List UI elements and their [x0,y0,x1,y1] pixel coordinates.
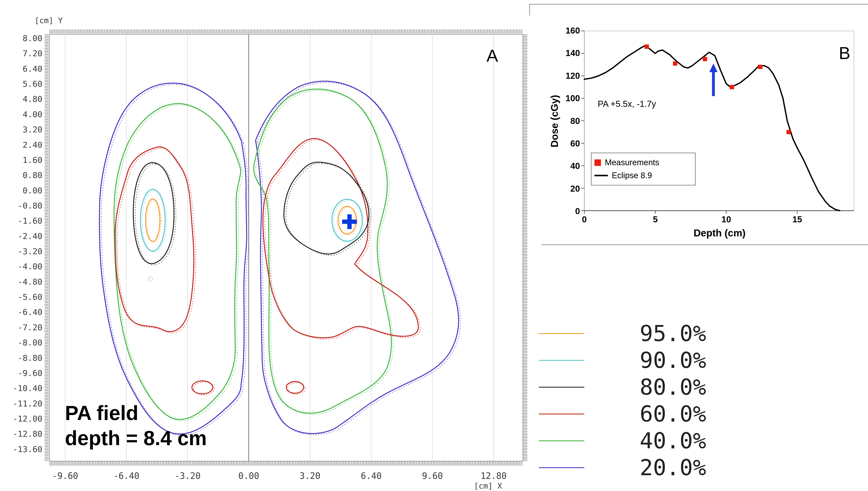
isodose-percent-label: 95.0% [640,322,706,345]
b-legend: Measurements Eclipse 8.9 [591,153,696,185]
a-y-tick: 1.60 [23,156,43,164]
a-y-tick: -6.40 [18,308,43,316]
isodose-95-contour [146,199,358,242]
isodose-color-swatch [539,413,584,414]
a-y-tick: 7.20 [23,49,43,58]
isodose-color-swatch [539,467,584,468]
isodose-legend-item: 80.0% [539,374,706,401]
measurement-point [703,57,707,61]
panel-b-top-border-stub [529,4,530,16]
a-x-tick: 3.20 [291,471,328,481]
a-y-tick: -12.80 [13,430,43,438]
a-y-tick: -4.80 [18,278,43,286]
b-x-axis-title: Depth (cm) [671,227,768,239]
isodose-color-swatch [539,440,584,441]
isodose-percent-label: 60.0% [640,403,706,425]
b-x-tick: 15 [789,214,806,224]
measurement-point [645,45,649,49]
isodose-legend-item: 60.0% [539,401,706,427]
a-y-tick: 6.40 [23,64,43,73]
a-x-tick: 12.80 [475,471,512,481]
isodose-legend-item: 95.0% [539,320,706,347]
a-y-tick: -11.20 [13,399,43,408]
isodose-contour-svg [50,35,523,461]
b-legend-eclipse-row: Eclipse 8.9 [594,171,692,180]
a-y-tick: -7.20 [18,323,43,332]
measurement-point [730,85,734,89]
measurements-marker-icon [594,160,601,166]
a-y-tick: -3.20 [18,247,43,256]
isodose-panel: [cm] Y 8.007.206.405.604.804.003.202.401… [0,0,530,491]
a-x-tick: 9.60 [414,471,451,481]
b-legend-measurements-label: Measurements [605,158,659,167]
a-annotation-line1: PA field [65,401,207,426]
measurement-point [758,65,762,69]
a-y-tick: -8.80 [18,354,43,362]
b-annotation: PA +5.5x, -1.7y [598,99,656,109]
isodose-color-swatch [539,387,584,387]
b-panel-label: B [839,43,850,63]
isodose-percent-label: 90.0% [640,349,706,371]
ruler-ticks-bottom [50,461,523,466]
a-x-tick: 6.40 [353,471,390,481]
isodose-percent-label: 20.0% [640,457,706,479]
isodose-color-swatch [539,360,584,361]
a-annotation-line2: depth = 8.4 cm [65,426,207,451]
panel-b-top-border [529,4,868,4]
a-y-tick: -0.80 [18,201,43,210]
isodose-60-contour [115,139,420,395]
a-y-tick: -5.60 [18,293,43,301]
a-y-tick: 3.20 [23,125,43,134]
a-panel-label: A [486,46,498,66]
ruler-ticks-left [45,35,49,461]
a-y-tick: -10.40 [13,384,43,393]
a-y-tick: -4.00 [18,262,43,271]
a-y-tick: 4.00 [23,110,43,119]
isodose-40-contour [114,89,393,421]
a-x-tick: 0.00 [230,471,267,481]
eclipse-line-icon [594,175,608,176]
a-y-tick: 0.00 [23,186,43,195]
a-y-tick: 0.80 [23,171,43,179]
isodose-20-contour [100,81,461,435]
isodose-color-swatch [539,333,584,334]
ruler-ticks-top [50,29,523,34]
a-x-axis-unit: [cm] X [474,482,502,490]
b-y-tick-labels: 160140120100806040200 [550,26,580,215]
a-y-tick: -13.60 [13,445,43,454]
a-y-tick: 2.40 [23,141,43,149]
isodose-80-contour [133,162,371,265]
a-y-tick: 4.80 [23,95,43,104]
b-x-tick-labels: 051015 [576,214,806,224]
b-x-tick: 5 [647,214,664,224]
isodose-legend-item: 40.0% [539,427,706,454]
isodose-percent-label: 80.0% [640,376,706,398]
a-x-tick: -6.40 [108,471,145,481]
a-y-tick-labels: 8.007.206.405.604.804.003.202.401.600.80… [5,34,43,454]
a-y-axis-unit: [cm] Y [35,16,63,25]
pdd-chart-svg [578,28,861,218]
b-legend-eclipse-label: Eclipse 8.9 [612,171,652,180]
a-x-tick-labels: -9.60-6.40-3.200.003.206.409.6012.80 [47,471,512,481]
a-annotation: PA field depth = 8.4 cm [65,401,207,451]
measurement-point [673,61,677,66]
ruler-ticks-right [523,35,527,461]
isodose-legend-item: 90.0% [539,347,706,374]
isodose-legend: 95.0%90.0%80.0%60.0%40.0%20.0% [539,320,706,481]
a-x-tick: -9.60 [47,471,84,481]
b-x-tick: 10 [718,214,735,224]
measurement-point [786,130,791,134]
a-y-tick: 8.00 [23,34,43,42]
b-legend-measurements-row: Measurements [594,158,692,167]
isodose-percent-label: 40.0% [640,430,706,452]
b-x-tick: 0 [576,214,593,224]
a-y-tick: -12.00 [13,414,43,423]
panel-b-bottom-border [541,244,868,245]
a-y-tick: 5.60 [23,80,43,88]
a-y-tick: -1.60 [18,216,43,225]
a-y-tick: -8.00 [18,338,43,347]
a-x-tick: -3.20 [169,471,206,481]
stray-contour-dot [148,277,153,281]
isodose-legend-item: 20.0% [539,454,706,481]
a-y-tick: -9.60 [18,369,43,377]
